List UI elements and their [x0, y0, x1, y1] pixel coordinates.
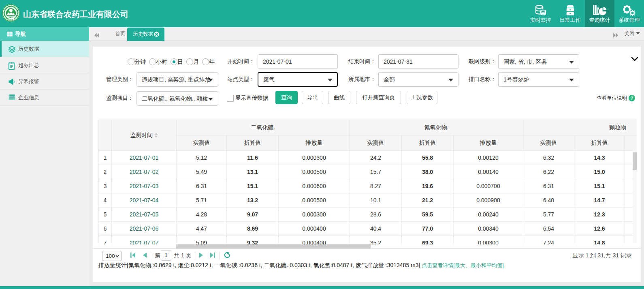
svg-text:?: ? — [631, 96, 633, 101]
svg-text:MEE: MEE — [9, 19, 13, 21]
